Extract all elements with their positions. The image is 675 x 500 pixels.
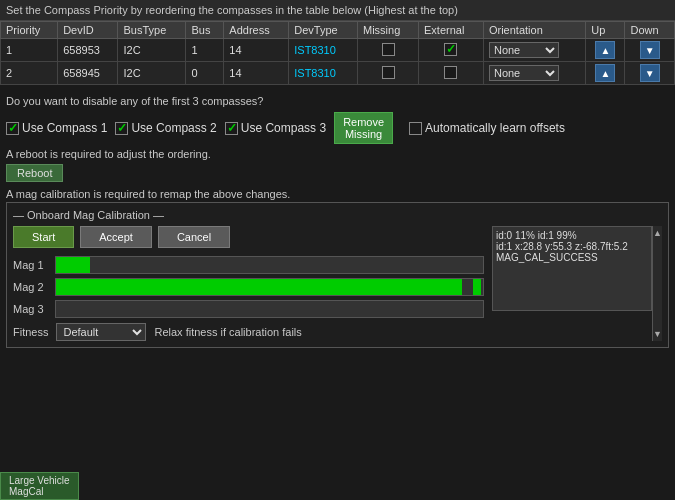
cell-address: 14 — [224, 39, 289, 62]
compass1-item[interactable]: Use Compass 1 — [6, 121, 107, 135]
cell-priority: 1 — [1, 39, 58, 62]
col-priority: Priority — [1, 22, 58, 39]
compass3-label: Use Compass 3 — [241, 121, 326, 135]
table-container: Priority DevID BusType Bus Address DevTy… — [0, 21, 675, 85]
mag-label: Mag 3 — [13, 303, 49, 315]
middle-section: Do you want to disable any of the first … — [0, 89, 675, 186]
cal-scrollbar[interactable]: ▲ ▼ — [652, 226, 662, 341]
orientation-select[interactable]: NoneRoll90Roll180Roll270Pitch90Pitch180P… — [489, 42, 559, 58]
reboot-button[interactable]: Reboot — [6, 164, 63, 182]
cell-devid: 658945 — [58, 62, 118, 85]
cell-bustype: I2C — [118, 62, 186, 85]
cancel-button[interactable]: Cancel — [158, 226, 230, 248]
down-button[interactable]: ▼ — [640, 41, 660, 59]
fitness-label: Fitness — [13, 326, 48, 338]
cell-devtype: IST8310 — [289, 62, 358, 85]
compass1-label: Use Compass 1 — [22, 121, 107, 135]
cell-priority: 2 — [1, 62, 58, 85]
auto-learn-item[interactable]: Automatically learn offsets — [409, 121, 565, 135]
col-external: External — [419, 22, 484, 39]
fitness-select[interactable]: DefaultRelaxedNormalStrict — [56, 323, 146, 341]
col-address: Address — [224, 22, 289, 39]
col-missing: Missing — [358, 22, 419, 39]
col-devid: DevID — [58, 22, 118, 39]
top-instruction-bar: Set the Compass Priority by reordering t… — [0, 0, 675, 21]
cell-down[interactable]: ▼ — [625, 39, 675, 62]
col-bustype: BusType — [118, 22, 186, 39]
mag-bar-fill — [56, 279, 462, 295]
relax-label: Relax fitness if calibration fails — [154, 326, 301, 338]
mag-bar-row: Mag 2 — [13, 278, 484, 296]
compass-row: Use Compass 1 Use Compass 2 Use Compass … — [6, 112, 669, 144]
mag-bar-row: Mag 1 — [13, 256, 484, 274]
mag-bar-container — [55, 256, 484, 274]
cell-missing[interactable] — [358, 62, 419, 85]
mag-bar-row: Mag 3 — [13, 300, 484, 318]
reboot-note: A reboot is required to adjust the order… — [6, 148, 669, 160]
cell-bustype: I2C — [118, 39, 186, 62]
up-button[interactable]: ▲ — [595, 64, 615, 82]
mag-bar-fill — [56, 257, 90, 273]
output-line: id:1 x:28.8 y:55.3 z:-68.7ft:5.2 — [496, 241, 648, 252]
cell-address: 14 — [224, 62, 289, 85]
output-line: id:0 11% id:1 99% — [496, 230, 648, 241]
accept-button[interactable]: Accept — [80, 226, 152, 248]
cal-buttons: Start Accept Cancel — [13, 226, 484, 248]
cell-up[interactable]: ▲ — [586, 39, 625, 62]
table-row: 1658953I2C114IST8310NoneRoll90Roll180Rol… — [1, 39, 675, 62]
cell-devtype: IST8310 — [289, 39, 358, 62]
compass3-checkbox[interactable] — [225, 122, 238, 135]
mag-bar-container — [55, 300, 484, 318]
bottom-button[interactable]: Large Vehicle MagCal — [0, 472, 79, 500]
mag-bar-indicator — [473, 279, 481, 295]
cell-bus: 1 — [186, 39, 224, 62]
cal-section-title-text: — Onboard Mag Calibration — — [13, 209, 164, 221]
cell-devid: 658953 — [58, 39, 118, 62]
cal-section-title: — Onboard Mag Calibration — — [13, 209, 662, 221]
up-button[interactable]: ▲ — [595, 41, 615, 59]
col-up: Up — [586, 22, 625, 39]
cal-layout: Start Accept Cancel Mag 1Mag 2Mag 3 Fitn… — [13, 226, 662, 341]
cell-orientation[interactable]: NoneRoll90Roll180Roll270Pitch90Pitch180P… — [483, 39, 585, 62]
cell-external[interactable] — [419, 62, 484, 85]
compass-table: Priority DevID BusType Bus Address DevTy… — [0, 21, 675, 85]
cell-orientation[interactable]: NoneRoll90Roll180Roll270Pitch90Pitch180P… — [483, 62, 585, 85]
cell-up[interactable]: ▲ — [586, 62, 625, 85]
mag-label: Mag 1 — [13, 259, 49, 271]
scroll-up-arrow[interactable]: ▲ — [653, 228, 662, 238]
compass2-item[interactable]: Use Compass 2 — [115, 121, 216, 135]
cal-note: A mag calibration is required to remap t… — [0, 186, 675, 202]
auto-learn-checkbox[interactable] — [409, 122, 422, 135]
output-line: MAG_CAL_SUCCESS — [496, 252, 648, 263]
compass2-checkbox[interactable] — [115, 122, 128, 135]
cell-down[interactable]: ▼ — [625, 62, 675, 85]
cal-left: Start Accept Cancel Mag 1Mag 2Mag 3 Fitn… — [13, 226, 484, 341]
col-bus: Bus — [186, 22, 224, 39]
cell-bus: 0 — [186, 62, 224, 85]
cell-external[interactable] — [419, 39, 484, 62]
table-row: 2658945I2C014IST8310NoneRoll90Roll180Rol… — [1, 62, 675, 85]
mag-bar-container — [55, 278, 484, 296]
instruction-text: Set the Compass Priority by reordering t… — [6, 4, 458, 16]
cal-output-wrapper: id:0 11% id:1 99%id:1 x:28.8 y:55.3 z:-6… — [492, 226, 662, 341]
mag-bars-container: Mag 1Mag 2Mag 3 — [13, 256, 484, 318]
mag-label: Mag 2 — [13, 281, 49, 293]
cell-missing[interactable] — [358, 39, 419, 62]
auto-learn-label: Automatically learn offsets — [425, 121, 565, 135]
col-devtype: DevType — [289, 22, 358, 39]
compass3-item[interactable]: Use Compass 3 — [225, 121, 326, 135]
remove-missing-button[interactable]: Remove Missing — [334, 112, 393, 144]
col-orientation: Orientation — [483, 22, 585, 39]
compass-question: Do you want to disable any of the first … — [6, 95, 669, 107]
compass1-checkbox[interactable] — [6, 122, 19, 135]
compass2-label: Use Compass 2 — [131, 121, 216, 135]
fitness-row: Fitness DefaultRelaxedNormalStrict Relax… — [13, 323, 484, 341]
col-down: Down — [625, 22, 675, 39]
scroll-down-arrow[interactable]: ▼ — [653, 329, 662, 339]
down-button[interactable]: ▼ — [640, 64, 660, 82]
start-button[interactable]: Start — [13, 226, 74, 248]
cal-section-container: — Onboard Mag Calibration — Start Accept… — [6, 202, 669, 348]
orientation-select[interactable]: NoneRoll90Roll180Roll270Pitch90Pitch180P… — [489, 65, 559, 81]
cal-output: id:0 11% id:1 99%id:1 x:28.8 y:55.3 z:-6… — [492, 226, 652, 311]
